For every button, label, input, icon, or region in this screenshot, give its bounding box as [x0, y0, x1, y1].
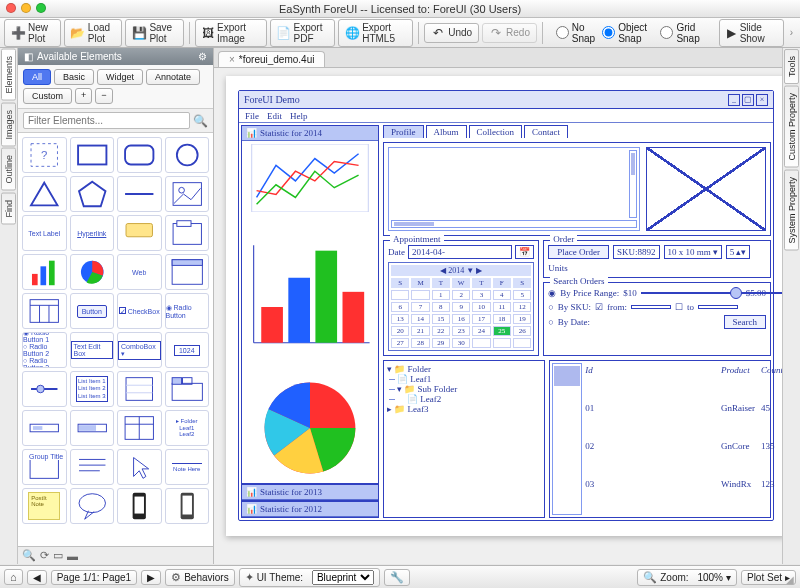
menu-file[interactable]: File: [245, 111, 259, 121]
export-pdf-button[interactable]: 📄Export PDF: [270, 19, 336, 47]
mock-window-titlebar[interactable]: ForeUI Demo _ ▢ ×: [239, 91, 773, 109]
tab-system-property[interactable]: System Property: [784, 170, 799, 251]
tab-album[interactable]: Album: [426, 125, 467, 138]
date-field[interactable]: 2014-04-: [408, 245, 512, 259]
prev-page-button[interactable]: ◀: [27, 570, 47, 585]
element-placeholder[interactable]: ?: [22, 137, 67, 173]
layout2-icon[interactable]: ▬: [67, 550, 78, 562]
element-window[interactable]: [165, 254, 210, 290]
element-line[interactable]: [117, 176, 162, 212]
tab-custom-property[interactable]: Custom Property: [784, 86, 799, 168]
ui-theme-control[interactable]: ✦UI Theme: Blueprint: [239, 568, 380, 587]
object-snap-radio[interactable]: Object Snap: [602, 22, 654, 44]
cat-annotate[interactable]: Annotate: [146, 69, 200, 85]
element-list[interactable]: List Item 1List Item 2List Item 3: [70, 371, 115, 407]
accordion-2014[interactable]: 📊Statistic for 2014: [241, 125, 379, 484]
close-window-button[interactable]: [6, 3, 16, 13]
element-tabs[interactable]: [165, 371, 210, 407]
sku-field[interactable]: SKU:8892: [613, 245, 660, 259]
close-icon[interactable]: ×: [756, 94, 768, 106]
menu-edit[interactable]: Edit: [267, 111, 282, 121]
chevron-right-icon[interactable]: ›: [790, 27, 793, 38]
tab-tools[interactable]: Tools: [784, 49, 799, 84]
element-tooltip[interactable]: [117, 215, 162, 251]
element-android[interactable]: [165, 488, 210, 524]
slide-show-button[interactable]: ▶Slide Show: [719, 19, 783, 47]
menu-help[interactable]: Help: [290, 111, 308, 121]
mock-piechart[interactable]: [242, 373, 378, 483]
filter-input[interactable]: [23, 112, 190, 129]
mock-table[interactable]: IdProductCount 01GnRaiser45 02GnCore135 …: [549, 360, 771, 518]
element-balloon[interactable]: [70, 488, 115, 524]
mock-scrollpane[interactable]: [388, 147, 640, 231]
qty-spinner[interactable]: 5 ▴▾: [726, 245, 751, 259]
element-calendar[interactable]: [22, 293, 67, 329]
close-tab-icon[interactable]: ×: [229, 54, 235, 65]
element-triangle[interactable]: [22, 176, 67, 212]
panel-menu-icon[interactable]: ⚙: [198, 51, 207, 62]
element-roundrect[interactable]: [117, 137, 162, 173]
element-rectangle[interactable]: [70, 137, 115, 173]
element-radiogroup[interactable]: ◉ Radio Button 1○ Radio Button 2○ Radio …: [22, 332, 67, 368]
element-tree[interactable]: ▸ Folder Leaf1 Leaf2: [165, 410, 210, 446]
size-select[interactable]: 10 x 10 mm ▾: [664, 245, 722, 259]
element-postit[interactable]: PostIt Note: [22, 488, 67, 524]
behaviors-button[interactable]: ⚙Behaviors: [165, 569, 234, 586]
canvas[interactable]: ForeUI Demo _ ▢ × File Edit Help: [214, 68, 782, 564]
calendar[interactable]: ◀ 2014 ▼ ▶ SMTWTFS 12345 6789101112 1314…: [388, 262, 534, 351]
zoom-window-button[interactable]: [36, 3, 46, 13]
tab-contact[interactable]: Contact: [524, 125, 568, 138]
mock-tree[interactable]: ▾ 📁 Folder 📄 Leaf1 ▾ 📁 Sub Folder 📄 Leaf…: [383, 360, 545, 518]
element-circle[interactable]: [165, 137, 210, 173]
element-progressbar[interactable]: [70, 410, 115, 446]
max-icon[interactable]: ▢: [742, 94, 754, 106]
elements-grid[interactable]: ? Text Label Hyperlink Web Button ✓ Chec…: [18, 133, 213, 546]
save-plot-button[interactable]: 💾Save Plot: [125, 19, 184, 47]
load-plot-button[interactable]: 📂Load Plot: [64, 19, 123, 47]
cat-custom[interactable]: Custom: [23, 88, 72, 104]
element-slider[interactable]: [22, 371, 67, 407]
mock-barchart[interactable]: [242, 215, 378, 373]
to-field[interactable]: [698, 305, 738, 309]
h-scrollbar[interactable]: [391, 220, 637, 228]
layout-icon[interactable]: ▭: [53, 549, 63, 562]
tab-collection[interactable]: Collection: [469, 125, 523, 138]
theme-settings-button[interactable]: 🔧: [384, 569, 410, 586]
element-combobox[interactable]: ComboBox ▾: [117, 332, 162, 368]
undo-button[interactable]: ↶Undo: [424, 23, 479, 43]
document-tab[interactable]: × *foreui_demo.4ui: [218, 51, 325, 67]
redo-button[interactable]: ↷Redo: [482, 23, 537, 43]
zoom-out-icon[interactable]: 🔍: [22, 549, 36, 562]
element-pentagon[interactable]: [70, 176, 115, 212]
home-button[interactable]: ⌂: [4, 569, 23, 585]
element-text-label[interactable]: Text Label: [22, 215, 67, 251]
element-spinner[interactable]: 1024: [165, 332, 210, 368]
next-page-button[interactable]: ▶: [141, 570, 161, 585]
element-groupframe[interactable]: Group Title: [22, 449, 67, 485]
cat-widget[interactable]: Widget: [97, 69, 143, 85]
mock-image-placeholder[interactable]: [646, 147, 766, 231]
theme-select[interactable]: Blueprint: [312, 570, 374, 585]
from-field[interactable]: [631, 305, 671, 309]
element-scrollbar[interactable]: [22, 410, 67, 446]
no-snap-radio[interactable]: No Snap: [556, 22, 596, 44]
tab-find[interactable]: Find: [1, 193, 16, 225]
tab-profile[interactable]: Profile: [383, 125, 424, 138]
mock-linechart[interactable]: [242, 141, 378, 215]
element-iphone[interactable]: [117, 488, 162, 524]
tab-images[interactable]: Images: [1, 103, 16, 147]
element-button[interactable]: Button: [70, 293, 115, 329]
accordion-2012[interactable]: 📊Statistic for 2012: [241, 501, 379, 518]
element-note[interactable]: Note Here: [165, 449, 210, 485]
cat-basic[interactable]: Basic: [54, 69, 94, 85]
page-indicator[interactable]: Page 1/1: Page1: [51, 570, 138, 585]
element-piechart[interactable]: [70, 254, 115, 290]
cat-add-button[interactable]: +: [75, 88, 92, 104]
new-plot-button[interactable]: ➕New Plot: [4, 19, 61, 47]
element-radiobutton[interactable]: ◉ Radio Button: [165, 293, 210, 329]
element-hyperlink[interactable]: Hyperlink: [70, 215, 115, 251]
element-checkbox[interactable]: ✓ CheckBox: [117, 293, 162, 329]
cat-remove-button[interactable]: −: [95, 88, 112, 104]
search-button[interactable]: Search: [724, 315, 767, 329]
accordion-2013[interactable]: 📊Statistic for 2013: [241, 484, 379, 501]
